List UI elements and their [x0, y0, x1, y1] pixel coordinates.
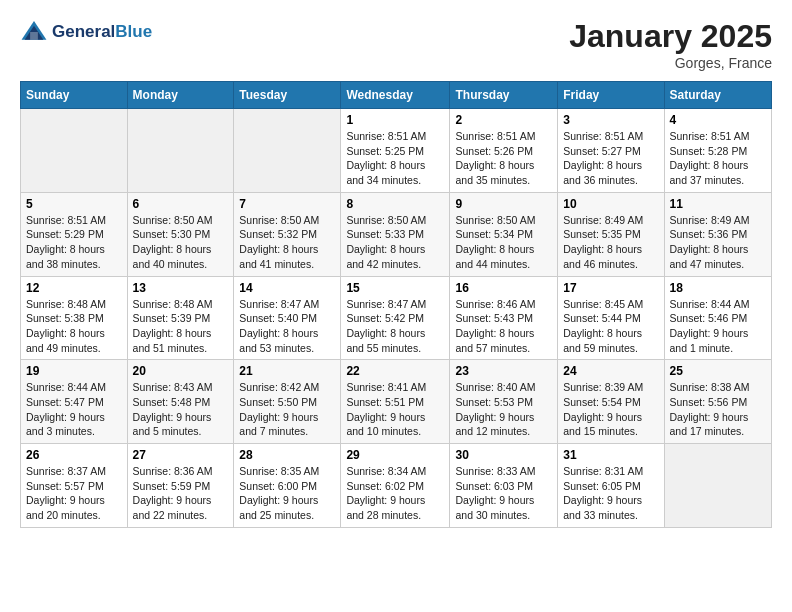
sunset: Sunset: 6:03 PM	[455, 480, 533, 492]
day-number: 5	[26, 197, 122, 211]
calendar-cell: 21 Sunrise: 8:42 AM Sunset: 5:50 PM Dayl…	[234, 360, 341, 444]
calendar-cell: 18 Sunrise: 8:44 AM Sunset: 5:46 PM Dayl…	[664, 276, 772, 360]
day-number: 4	[670, 113, 767, 127]
calendar-cell: 29 Sunrise: 8:34 AM Sunset: 6:02 PM Dayl…	[341, 444, 450, 528]
daylight: Daylight: 9 hours and 5 minutes.	[133, 411, 212, 438]
calendar-week-row: 26 Sunrise: 8:37 AM Sunset: 5:57 PM Dayl…	[21, 444, 772, 528]
sunrise: Sunrise: 8:34 AM	[346, 465, 426, 477]
sunrise: Sunrise: 8:46 AM	[455, 298, 535, 310]
day-number: 8	[346, 197, 444, 211]
daylight: Daylight: 8 hours and 59 minutes.	[563, 327, 642, 354]
sunset: Sunset: 5:29 PM	[26, 228, 104, 240]
calendar-cell: 19 Sunrise: 8:44 AM Sunset: 5:47 PM Dayl…	[21, 360, 128, 444]
day-number: 23	[455, 364, 552, 378]
sunset: Sunset: 5:36 PM	[670, 228, 748, 240]
sunrise: Sunrise: 8:36 AM	[133, 465, 213, 477]
calendar-cell	[21, 109, 128, 193]
sunset: Sunset: 5:57 PM	[26, 480, 104, 492]
day-number: 17	[563, 281, 658, 295]
day-info: Sunrise: 8:37 AM Sunset: 5:57 PM Dayligh…	[26, 464, 122, 523]
calendar-cell: 5 Sunrise: 8:51 AM Sunset: 5:29 PM Dayli…	[21, 192, 128, 276]
sunrise: Sunrise: 8:38 AM	[670, 381, 750, 393]
sunrise: Sunrise: 8:40 AM	[455, 381, 535, 393]
calendar-cell: 7 Sunrise: 8:50 AM Sunset: 5:32 PM Dayli…	[234, 192, 341, 276]
sunset: Sunset: 6:05 PM	[563, 480, 641, 492]
sunrise: Sunrise: 8:35 AM	[239, 465, 319, 477]
sunrise: Sunrise: 8:50 AM	[346, 214, 426, 226]
sunset: Sunset: 5:56 PM	[670, 396, 748, 408]
day-info: Sunrise: 8:51 AM Sunset: 5:27 PM Dayligh…	[563, 129, 658, 188]
sunset: Sunset: 5:42 PM	[346, 312, 424, 324]
calendar-cell: 8 Sunrise: 8:50 AM Sunset: 5:33 PM Dayli…	[341, 192, 450, 276]
day-number: 20	[133, 364, 229, 378]
sunset: Sunset: 5:32 PM	[239, 228, 317, 240]
sunrise: Sunrise: 8:49 AM	[670, 214, 750, 226]
weekday-header: Friday	[558, 82, 664, 109]
daylight: Daylight: 8 hours and 42 minutes.	[346, 243, 425, 270]
sunrise: Sunrise: 8:51 AM	[670, 130, 750, 142]
sunrise: Sunrise: 8:42 AM	[239, 381, 319, 393]
sunset: Sunset: 5:54 PM	[563, 396, 641, 408]
daylight: Daylight: 8 hours and 36 minutes.	[563, 159, 642, 186]
daylight: Daylight: 9 hours and 7 minutes.	[239, 411, 318, 438]
calendar-cell: 27 Sunrise: 8:36 AM Sunset: 5:59 PM Dayl…	[127, 444, 234, 528]
location: Gorges, France	[569, 55, 772, 71]
day-number: 7	[239, 197, 335, 211]
daylight: Daylight: 8 hours and 44 minutes.	[455, 243, 534, 270]
sunrise: Sunrise: 8:51 AM	[346, 130, 426, 142]
day-info: Sunrise: 8:41 AM Sunset: 5:51 PM Dayligh…	[346, 380, 444, 439]
day-number: 15	[346, 281, 444, 295]
daylight: Daylight: 9 hours and 22 minutes.	[133, 494, 212, 521]
calendar-week-row: 19 Sunrise: 8:44 AM Sunset: 5:47 PM Dayl…	[21, 360, 772, 444]
day-info: Sunrise: 8:51 AM Sunset: 5:28 PM Dayligh…	[670, 129, 767, 188]
calendar-week-row: 1 Sunrise: 8:51 AM Sunset: 5:25 PM Dayli…	[21, 109, 772, 193]
calendar-cell: 17 Sunrise: 8:45 AM Sunset: 5:44 PM Dayl…	[558, 276, 664, 360]
day-number: 12	[26, 281, 122, 295]
daylight: Daylight: 8 hours and 35 minutes.	[455, 159, 534, 186]
sunrise: Sunrise: 8:51 AM	[563, 130, 643, 142]
calendar-cell	[234, 109, 341, 193]
sunrise: Sunrise: 8:43 AM	[133, 381, 213, 393]
logo: GeneralBlue	[20, 18, 152, 46]
daylight: Daylight: 8 hours and 53 minutes.	[239, 327, 318, 354]
sunrise: Sunrise: 8:44 AM	[26, 381, 106, 393]
calendar-table: SundayMondayTuesdayWednesdayThursdayFrid…	[20, 81, 772, 528]
day-number: 22	[346, 364, 444, 378]
day-info: Sunrise: 8:49 AM Sunset: 5:36 PM Dayligh…	[670, 213, 767, 272]
logo-general: General	[52, 22, 115, 41]
logo-blue: Blue	[115, 22, 152, 41]
calendar-cell: 2 Sunrise: 8:51 AM Sunset: 5:26 PM Dayli…	[450, 109, 558, 193]
weekday-header: Tuesday	[234, 82, 341, 109]
day-info: Sunrise: 8:48 AM Sunset: 5:38 PM Dayligh…	[26, 297, 122, 356]
day-info: Sunrise: 8:50 AM Sunset: 5:33 PM Dayligh…	[346, 213, 444, 272]
calendar-cell: 14 Sunrise: 8:47 AM Sunset: 5:40 PM Dayl…	[234, 276, 341, 360]
sunrise: Sunrise: 8:50 AM	[239, 214, 319, 226]
day-number: 29	[346, 448, 444, 462]
sunrise: Sunrise: 8:50 AM	[455, 214, 535, 226]
daylight: Daylight: 8 hours and 47 minutes.	[670, 243, 749, 270]
day-number: 3	[563, 113, 658, 127]
day-number: 27	[133, 448, 229, 462]
sunset: Sunset: 5:53 PM	[455, 396, 533, 408]
day-number: 24	[563, 364, 658, 378]
day-info: Sunrise: 8:51 AM Sunset: 5:26 PM Dayligh…	[455, 129, 552, 188]
calendar-cell: 23 Sunrise: 8:40 AM Sunset: 5:53 PM Dayl…	[450, 360, 558, 444]
daylight: Daylight: 8 hours and 41 minutes.	[239, 243, 318, 270]
calendar-week-row: 5 Sunrise: 8:51 AM Sunset: 5:29 PM Dayli…	[21, 192, 772, 276]
daylight: Daylight: 8 hours and 49 minutes.	[26, 327, 105, 354]
sunset: Sunset: 6:02 PM	[346, 480, 424, 492]
day-info: Sunrise: 8:50 AM Sunset: 5:34 PM Dayligh…	[455, 213, 552, 272]
calendar-cell: 30 Sunrise: 8:33 AM Sunset: 6:03 PM Dayl…	[450, 444, 558, 528]
day-info: Sunrise: 8:33 AM Sunset: 6:03 PM Dayligh…	[455, 464, 552, 523]
sunrise: Sunrise: 8:41 AM	[346, 381, 426, 393]
daylight: Daylight: 8 hours and 55 minutes.	[346, 327, 425, 354]
sunset: Sunset: 5:28 PM	[670, 145, 748, 157]
sunrise: Sunrise: 8:37 AM	[26, 465, 106, 477]
calendar-cell: 4 Sunrise: 8:51 AM Sunset: 5:28 PM Dayli…	[664, 109, 772, 193]
daylight: Daylight: 9 hours and 20 minutes.	[26, 494, 105, 521]
sunrise: Sunrise: 8:39 AM	[563, 381, 643, 393]
sunrise: Sunrise: 8:51 AM	[455, 130, 535, 142]
day-info: Sunrise: 8:49 AM Sunset: 5:35 PM Dayligh…	[563, 213, 658, 272]
day-number: 13	[133, 281, 229, 295]
calendar-cell: 10 Sunrise: 8:49 AM Sunset: 5:35 PM Dayl…	[558, 192, 664, 276]
